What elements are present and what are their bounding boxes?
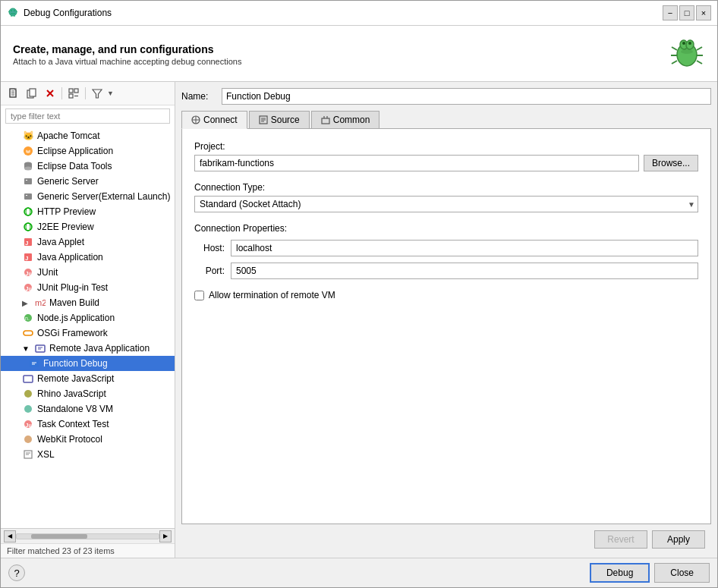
tree-item-junit[interactable]: Ju JUnit	[1, 265, 175, 280]
tree-item-rhino-javascript[interactable]: Rhino JavaScript	[1, 386, 175, 401]
tree-item-nodejs[interactable]: n. Node.js Application	[1, 310, 175, 325]
svg-point-68	[24, 435, 32, 443]
allow-termination-checkbox[interactable]	[194, 291, 204, 300]
debug-configurations-dialog: Debug Configurations − □ × Create, manag…	[0, 0, 718, 588]
svg-text:n.: n.	[25, 316, 30, 321]
apply-button[interactable]: Apply	[652, 530, 705, 549]
tree-item-generic-server[interactable]: Generic Server	[1, 174, 175, 189]
tree-item-http-preview[interactable]: HTTP Preview	[1, 204, 175, 219]
tree-item-eclipse-application[interactable]: Eclipse Application	[1, 143, 175, 159]
project-group: Project: Browse...	[194, 141, 698, 171]
svg-point-11	[682, 42, 685, 45]
tabs-bar: Connect Source	[181, 111, 711, 129]
minimize-button[interactable]: −	[663, 5, 678, 20]
header-icon	[669, 35, 705, 74]
svg-text:Ju: Ju	[26, 271, 32, 276]
tree-item-j2ee-preview[interactable]: J2EE Preview	[1, 219, 175, 234]
help-button[interactable]: ?	[8, 564, 25, 581]
toolbar-separator-1	[61, 87, 62, 99]
connection-type-select[interactable]: Standard (Socket Attach) Standard (Socke…	[194, 196, 698, 212]
svg-point-2	[14, 10, 15, 11]
scroll-left-button[interactable]: ◀	[4, 530, 16, 542]
tree-item-java-applet[interactable]: J Java Applet	[1, 234, 175, 250]
close-button[interactable]: Close	[654, 563, 710, 583]
tree-item-remote-javascript[interactable]: Remote JavaScript	[1, 371, 175, 386]
webkit-icon	[22, 433, 34, 445]
scroll-track[interactable]	[16, 533, 159, 539]
filter-button[interactable]	[89, 85, 105, 102]
svg-rect-37	[24, 178, 32, 184]
svg-rect-38	[26, 180, 27, 181]
tree-item-task-context-test[interactable]: Ju Task Context Test	[1, 417, 175, 432]
scroll-right-button[interactable]: ▶	[159, 530, 172, 542]
svg-point-42	[26, 208, 30, 215]
connect-tab-icon	[191, 115, 200, 124]
tree-item-label: Generic Server	[37, 176, 99, 187]
allow-termination-row: Allow termination of remote VM	[194, 290, 698, 300]
debug-button[interactable]: Debug	[590, 563, 650, 583]
right-panel: Name: Connect	[175, 82, 717, 558]
java-application-icon: J	[22, 251, 34, 263]
svg-line-18	[697, 61, 702, 64]
port-input[interactable]	[231, 263, 698, 279]
filter-dropdown-arrow[interactable]: ▼	[107, 90, 114, 97]
toolbar-separator-2	[85, 87, 86, 99]
tree-item-junit-plugin[interactable]: Ju JUnit Plug-in Test	[1, 280, 175, 295]
tree-item-apache-tomcat[interactable]: 🐱 Apache Tomcat	[1, 128, 175, 143]
browse-button[interactable]: Browse...	[644, 155, 698, 171]
close-window-button[interactable]: ×	[696, 5, 711, 20]
tree-item-label: Maven Build	[49, 297, 99, 308]
svg-text:Ju: Ju	[26, 286, 32, 291]
tree-item-label: OSGi Framework	[37, 328, 108, 338]
tree-item-osgi[interactable]: OSGi Framework	[1, 325, 175, 341]
svg-point-0	[9, 8, 17, 16]
svg-point-65	[24, 405, 32, 413]
tree-item-label: Function Debug	[43, 358, 108, 369]
svg-rect-30	[69, 94, 73, 98]
collapse-all-button[interactable]	[65, 85, 82, 102]
tree-item-java-application[interactable]: J Java Application	[1, 250, 175, 265]
name-input[interactable]	[222, 88, 711, 105]
tree-item-label: Task Context Test	[37, 419, 109, 429]
tree-scroll-bar[interactable]: ◀ ▶	[1, 528, 175, 543]
tree-item-label: Node.js Application	[37, 313, 115, 323]
svg-text:J: J	[25, 240, 28, 247]
duplicate-config-button[interactable]	[24, 85, 40, 102]
tree-toolbar: ▼	[1, 82, 175, 105]
tree-item-label: Remote JavaScript	[37, 373, 114, 384]
host-input[interactable]	[231, 240, 698, 256]
junit-plugin-icon: Ju	[22, 281, 34, 294]
tree-item-remote-java-application[interactable]: ▼ Remote Java Application	[1, 341, 175, 356]
tab-common[interactable]: Common	[311, 111, 380, 128]
header-subtitle: Attach to a Java virtual machine accepti…	[13, 57, 241, 66]
tree-item-maven-build[interactable]: ▶ m2 Maven Build	[1, 295, 175, 310]
tree-item-label: JUnit Plug-in Test	[37, 282, 108, 293]
revert-button[interactable]: Revert	[594, 530, 647, 549]
tree-item-label: WebKit Protocol	[37, 434, 102, 445]
tree-item-standalone-v8[interactable]: Standalone V8 VM	[1, 401, 175, 417]
tree-item-eclipse-data-tools[interactable]: Eclipse Data Tools	[1, 159, 175, 174]
tree-item-webkit-protocol[interactable]: WebKit Protocol	[1, 432, 175, 447]
new-config-button[interactable]	[5, 85, 22, 102]
delete-config-button[interactable]	[42, 85, 58, 102]
connection-type-label: Connection Type:	[194, 182, 698, 193]
tab-source[interactable]: Source	[249, 111, 310, 128]
left-panel: ▼ 🐱 Apache Tomcat Eclipse Application	[1, 82, 175, 558]
connection-props-label: Connection Properties:	[194, 223, 698, 234]
generic-server-icon	[22, 175, 34, 187]
connection-props-group: Connection Properties: Host: Port:	[194, 223, 698, 279]
tree-item-function-debug[interactable]: Function Debug	[1, 356, 175, 371]
remote-expand-arrow: ▼	[22, 344, 31, 353]
connection-type-group: Connection Type: Standard (Socket Attach…	[194, 182, 698, 212]
title-bar: Debug Configurations − □ ×	[1, 1, 717, 26]
config-action-buttons: Revert Apply	[181, 524, 711, 552]
tree-item-xsl[interactable]: XSL	[1, 447, 175, 462]
osgi-icon	[22, 327, 34, 339]
filter-count: Filter matched 23 of 23 items	[1, 543, 175, 558]
tab-connect[interactable]: Connect	[181, 111, 247, 129]
maximize-button[interactable]: □	[679, 5, 694, 20]
tree-item-generic-server-external[interactable]: Generic Server(External Launch)	[1, 189, 175, 204]
header-section: Create, manage, and run configurations A…	[1, 26, 717, 82]
filter-input[interactable]	[5, 108, 170, 124]
project-input[interactable]	[194, 155, 639, 171]
